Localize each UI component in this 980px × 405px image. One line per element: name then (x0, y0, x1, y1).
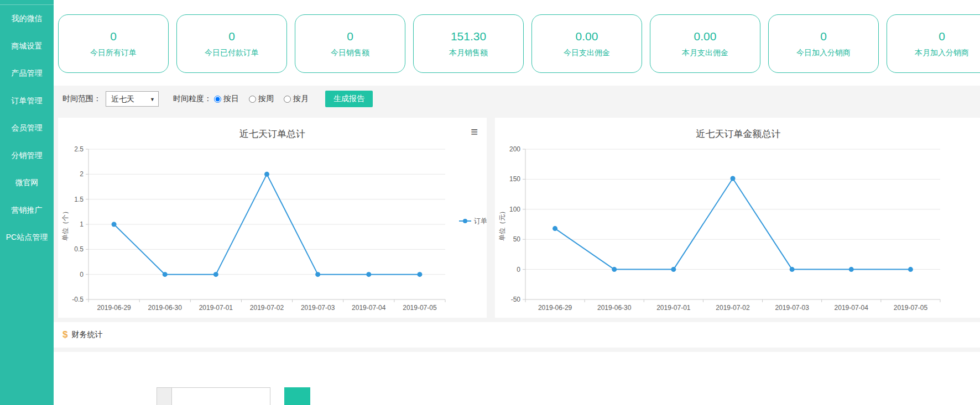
svg-text:2019-06-29: 2019-06-29 (538, 304, 572, 312)
sidebar-item-micro-site[interactable]: 微官网 (0, 169, 54, 197)
stats-section: 0 今日所有订单 0 今日已付款订单 0 今日销售额 151.30 本月销售额 … (54, 0, 980, 86)
svg-text:2019-06-30: 2019-06-30 (597, 304, 632, 312)
svg-text:2019-07-05: 2019-07-05 (403, 304, 437, 312)
sidebar-item-shop-settings[interactable]: 商城设置 (0, 33, 54, 60)
svg-text:200: 200 (509, 145, 520, 153)
radio-by-week[interactable]: 按周 (249, 94, 274, 104)
stat-card-today-paid-orders: 0 今日已付款订单 (176, 14, 287, 73)
chart-menu-icon[interactable]: ≡ (471, 127, 478, 138)
stat-value: 0.00 (576, 30, 598, 43)
orders-chart-panel: 近七天订单总计 ≡ 2.521.510.50-0.52019-06-292019… (58, 118, 487, 318)
svg-text:2.5: 2.5 (74, 145, 84, 153)
stat-label: 本月销售额 (449, 48, 488, 58)
svg-text:2019-07-04: 2019-07-04 (352, 304, 386, 312)
time-range-value: 近七天 (111, 94, 134, 103)
stat-value: 0 (228, 30, 235, 43)
svg-text:0.5: 0.5 (74, 245, 84, 253)
radio-by-week-label: 按周 (258, 94, 274, 104)
finance-search-input[interactable] (172, 387, 270, 405)
time-range-select[interactable]: 近七天 ▼ (106, 91, 159, 107)
generate-report-button[interactable]: 生成报告 (325, 91, 373, 107)
stat-card-today-orders: 0 今日所有订单 (58, 14, 169, 73)
svg-text:2: 2 (80, 170, 84, 178)
stat-label: 今日所有订单 (90, 48, 137, 58)
svg-text:2019-07-05: 2019-07-05 (894, 304, 928, 312)
time-range-label: 时间范围： (62, 94, 101, 104)
chevron-down-icon: ▼ (150, 92, 155, 107)
svg-text:50: 50 (513, 235, 521, 243)
app-root: 我的微信 商城设置 产品管理 订单管理 会员管理 分销管理 微官网 营销推广 P… (0, 0, 980, 405)
order-amount-line-chart: 200150100500-502019-06-292019-06-302019-… (495, 118, 980, 318)
finance-controls (54, 352, 980, 405)
svg-text:2019-07-01: 2019-07-01 (199, 304, 233, 312)
radio-by-day-input[interactable] (214, 96, 221, 103)
sidebar-item-wechat[interactable]: 我的微信 (0, 5, 54, 33)
stat-card-month-sales: 151.30 本月销售额 (413, 14, 524, 73)
sidebar-item-products[interactable]: 产品管理 (0, 60, 54, 87)
svg-text:-0.5: -0.5 (72, 296, 84, 303)
svg-text:1.5: 1.5 (74, 196, 84, 203)
svg-text:1: 1 (80, 220, 84, 228)
svg-text:0: 0 (517, 266, 520, 273)
sidebar-item-marketing[interactable]: 营销推广 (0, 197, 54, 224)
stat-label: 本月加入分销商 (915, 48, 969, 58)
stat-label: 今日加入分销商 (796, 48, 851, 58)
sidebar-item-pc-site[interactable]: PC站点管理 (0, 224, 54, 251)
stat-card-today-commission: 0.00 今日支出佣金 (531, 14, 642, 73)
svg-text:单位（个）: 单位（个） (61, 208, 69, 241)
svg-text:150: 150 (509, 175, 520, 183)
finance-title: 财务统计 (71, 330, 102, 340)
stat-card-month-commission: 0.00 本月支出佣金 (650, 14, 760, 73)
svg-text:2019-07-02: 2019-07-02 (250, 304, 284, 312)
dollar-icon: $ (62, 329, 67, 340)
sidebar: 我的微信 商城设置 产品管理 订单管理 会员管理 分销管理 微官网 营销推广 P… (0, 0, 54, 405)
stat-label: 今日支出佣金 (564, 48, 610, 58)
input-addon (157, 387, 172, 405)
stat-value: 151.30 (451, 30, 486, 43)
stat-value: 0.00 (694, 30, 717, 43)
radio-by-month-label: 按月 (293, 94, 309, 104)
sidebar-item-members[interactable]: 会员管理 (0, 114, 54, 142)
svg-text:2019-07-04: 2019-07-04 (835, 304, 869, 312)
finance-section-header: $ 财务统计 (54, 322, 980, 348)
svg-text:2019-07-03: 2019-07-03 (775, 304, 809, 312)
stat-label: 今日已付款订单 (205, 48, 259, 58)
svg-text:2019-07-03: 2019-07-03 (301, 304, 335, 312)
svg-text:2019-07-01: 2019-07-01 (656, 304, 691, 312)
granularity-radio-group: 按日 按周 按月 (214, 94, 309, 104)
radio-by-week-input[interactable] (249, 96, 256, 103)
stat-label: 本月支出佣金 (682, 48, 728, 58)
svg-text:-50: -50 (511, 296, 521, 303)
radio-by-month-input[interactable] (284, 96, 291, 103)
stat-label: 今日销售额 (331, 48, 369, 58)
svg-text:单位（元）: 单位（元） (498, 208, 506, 241)
filter-bar: 时间范围： 近七天 ▼ 时间粒度： 按日 按周 按月 (54, 86, 980, 112)
svg-text:0: 0 (80, 271, 84, 278)
finance-action-button[interactable] (284, 387, 310, 405)
sidebar-item-orders[interactable]: 订单管理 (0, 87, 54, 115)
granularity-label: 时间粒度： (173, 94, 212, 104)
stat-value: 0 (820, 30, 827, 43)
stat-card-today-sales: 0 今日销售额 (295, 14, 405, 73)
stat-card-today-distributors: 0 今日加入分销商 (768, 14, 879, 73)
sidebar-nav: 我的微信 商城设置 产品管理 订单管理 会员管理 分销管理 微官网 营销推广 P… (0, 4, 54, 251)
svg-text:2019-06-30: 2019-06-30 (148, 304, 183, 312)
svg-text:2019-06-29: 2019-06-29 (97, 304, 131, 312)
svg-text:100: 100 (509, 206, 520, 213)
radio-by-day-label: 按日 (223, 94, 239, 104)
radio-by-day[interactable]: 按日 (214, 94, 239, 104)
radio-by-month[interactable]: 按月 (284, 94, 309, 104)
finance-body (54, 352, 980, 405)
chart-legend[interactable]: 订单 (459, 217, 487, 225)
orders-line-chart: 2.521.510.50-0.52019-06-292019-06-302019… (58, 118, 487, 318)
stat-value: 0 (939, 30, 945, 43)
stats-row: 0 今日所有订单 0 今日已付款订单 0 今日销售额 151.30 本月销售额 … (58, 14, 980, 73)
charts-section: 近七天订单总计 ≡ 2.521.510.50-0.52019-06-292019… (54, 118, 980, 318)
main-content: 0 今日所有订单 0 今日已付款订单 0 今日销售额 151.30 本月销售额 … (54, 0, 980, 405)
sidebar-item-distribution[interactable]: 分销管理 (0, 142, 54, 170)
orders-chart-title: 近七天订单总计 (58, 128, 487, 140)
svg-text:2019-07-02: 2019-07-02 (716, 304, 750, 312)
order-amount-chart-title: 近七天订单金额总计 (495, 128, 980, 140)
stat-value: 0 (110, 30, 117, 43)
svg-text:订单: 订单 (474, 217, 487, 225)
